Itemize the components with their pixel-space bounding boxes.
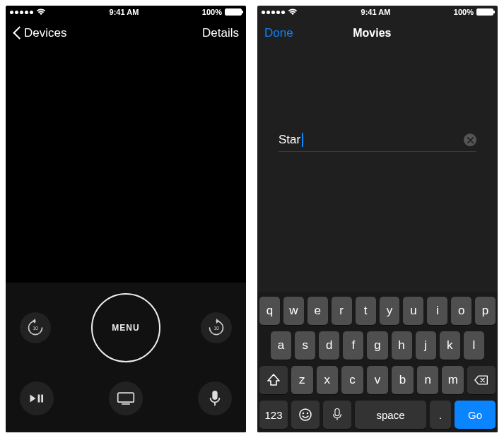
- battery-percent: 100%: [202, 8, 222, 16]
- clear-button[interactable]: [464, 134, 476, 146]
- delete-icon: [474, 373, 488, 387]
- numbers-key[interactable]: 123: [259, 401, 288, 429]
- svg-rect-3: [41, 395, 43, 403]
- svg-rect-11: [335, 409, 339, 416]
- key-p[interactable]: p: [475, 297, 496, 325]
- go-key[interactable]: Go: [455, 401, 496, 429]
- key-e[interactable]: e: [307, 297, 328, 325]
- key-b[interactable]: b: [392, 366, 414, 394]
- keyboard-row-2: asdfghjkl: [259, 331, 496, 360]
- key-o[interactable]: o: [451, 297, 471, 325]
- nav-bar: Done Movies: [257, 18, 498, 48]
- microphone-icon: [330, 408, 344, 422]
- microphone-icon: [209, 390, 221, 407]
- wifi-icon: [288, 8, 298, 16]
- key-f[interactable]: f: [343, 331, 363, 360]
- skip-back-10-button[interactable]: 10: [20, 312, 51, 343]
- key-g[interactable]: g: [367, 331, 387, 360]
- status-bar: 9:41 AM 100%: [257, 6, 498, 18]
- status-time: 9:41 AM: [361, 8, 391, 16]
- key-s[interactable]: s: [295, 331, 315, 360]
- control-panel: 10 MENU 10: [6, 283, 246, 432]
- menu-label: MENU: [112, 323, 139, 333]
- key-h[interactable]: h: [392, 331, 412, 360]
- back-button[interactable]: Devices: [13, 26, 66, 40]
- search-screen: 9:41 AM 100% Done Movies Star qwertyuiop…: [257, 6, 498, 432]
- play-pause-button[interactable]: [20, 381, 54, 415]
- delete-key[interactable]: [467, 366, 496, 394]
- svg-text:10: 10: [213, 326, 219, 331]
- skip-forward-10-button[interactable]: 10: [201, 312, 232, 343]
- search-area: Star: [257, 48, 498, 152]
- key-z[interactable]: z: [291, 366, 313, 394]
- close-icon: [467, 137, 474, 143]
- key-l[interactable]: l: [464, 331, 484, 360]
- svg-text:10: 10: [33, 326, 38, 331]
- key-x[interactable]: x: [317, 366, 339, 394]
- keyboard: qwertyuiop asdfghjkl zxcvbnm 123 space .…: [257, 292, 498, 432]
- skip-back-icon: 10: [26, 319, 45, 337]
- key-y[interactable]: y: [380, 297, 400, 325]
- svg-rect-4: [118, 393, 134, 402]
- details-button[interactable]: Details: [199, 26, 239, 40]
- done-button[interactable]: Done: [264, 26, 293, 40]
- key-a[interactable]: a: [271, 331, 291, 360]
- keyboard-row-4: 123 space . Go: [259, 401, 496, 429]
- key-j[interactable]: j: [416, 331, 436, 360]
- key-k[interactable]: k: [440, 331, 460, 360]
- tv-icon: [117, 391, 135, 406]
- remote-screen: 9:41 AM 100% Devices Details 10 MENU: [6, 6, 246, 432]
- battery-icon: [476, 8, 493, 16]
- wifi-icon: [36, 8, 46, 16]
- tv-button[interactable]: [109, 381, 143, 415]
- key-t[interactable]: t: [356, 297, 376, 325]
- chevron-left-icon: [13, 26, 21, 40]
- menu-button[interactable]: MENU: [91, 293, 160, 362]
- key-d[interactable]: d: [319, 331, 339, 360]
- shift-icon: [266, 373, 281, 387]
- key-v[interactable]: v: [367, 366, 389, 394]
- keyboard-row-1: qwertyuiop: [259, 297, 496, 325]
- svg-point-9: [303, 413, 304, 414]
- key-r[interactable]: r: [332, 297, 352, 325]
- svg-rect-2: [38, 395, 40, 403]
- signal-dots-icon: [10, 11, 33, 14]
- space-key[interactable]: space: [355, 401, 426, 429]
- key-c[interactable]: c: [341, 366, 363, 394]
- key-n[interactable]: n: [417, 366, 439, 394]
- status-bar: 9:41 AM 100%: [6, 6, 246, 18]
- key-i[interactable]: i: [427, 297, 447, 325]
- emoji-icon: [298, 408, 312, 422]
- search-value: Star: [279, 133, 300, 147]
- period-key[interactable]: .: [430, 401, 451, 429]
- back-label: Devices: [24, 26, 66, 40]
- emoji-key[interactable]: [291, 401, 320, 429]
- key-u[interactable]: u: [403, 297, 423, 325]
- key-q[interactable]: q: [259, 297, 280, 325]
- done-label: Done: [264, 26, 293, 40]
- status-left: [262, 8, 298, 16]
- play-pause-icon: [29, 393, 45, 404]
- keyboard-row-3: zxcvbnm: [259, 366, 496, 394]
- battery-icon: [225, 8, 242, 16]
- status-time: 9:41 AM: [110, 8, 139, 16]
- svg-point-8: [300, 409, 311, 420]
- shift-key[interactable]: [259, 366, 288, 394]
- status-right: 100%: [454, 8, 493, 16]
- page-title: Movies: [293, 27, 451, 40]
- status-left: [10, 8, 46, 16]
- battery-percent: 100%: [454, 8, 474, 16]
- voice-button[interactable]: [198, 381, 232, 415]
- status-right: 100%: [202, 8, 242, 16]
- key-m[interactable]: m: [442, 366, 464, 394]
- search-input[interactable]: Star: [279, 133, 476, 152]
- signal-dots-icon: [262, 11, 285, 14]
- svg-point-10: [307, 413, 308, 414]
- svg-rect-6: [212, 391, 217, 400]
- key-w[interactable]: w: [283, 297, 304, 325]
- nav-bar: Devices Details: [6, 18, 246, 48]
- skip-forward-icon: 10: [207, 319, 225, 337]
- details-label: Details: [202, 26, 239, 40]
- dictation-key[interactable]: [323, 401, 351, 429]
- touch-surface[interactable]: [6, 48, 246, 283]
